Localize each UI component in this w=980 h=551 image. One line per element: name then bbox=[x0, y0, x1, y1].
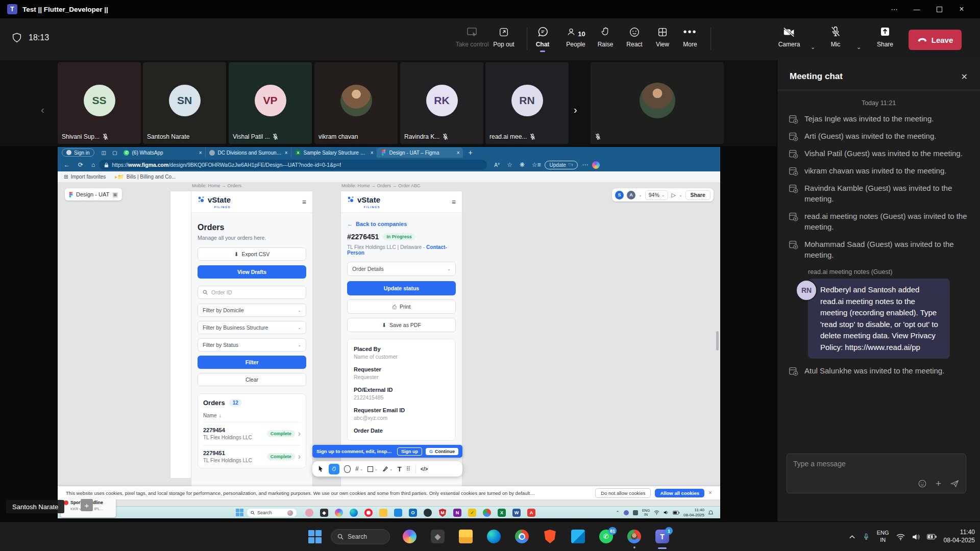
volume-icon[interactable] bbox=[912, 534, 920, 540]
shared-start-icon[interactable] bbox=[236, 509, 243, 516]
chat-button[interactable]: Chat bbox=[528, 24, 557, 48]
battery-icon[interactable] bbox=[927, 534, 937, 540]
shared-clock[interactable]: 11:4008-04-2025 bbox=[683, 508, 704, 517]
send-icon[interactable] bbox=[950, 479, 960, 488]
taskbar-search-box[interactable]: Search bbox=[331, 529, 390, 544]
move-tool-icon[interactable] bbox=[317, 465, 324, 472]
chat-message-input[interactable]: Type a message + bbox=[787, 454, 966, 493]
favorites-bar-icon[interactable]: ☆≡ bbox=[532, 161, 541, 168]
hamburger-icon[interactable]: ≡ bbox=[452, 198, 456, 206]
actions-icon[interactable]: ⠿ bbox=[406, 466, 411, 472]
excel-icon[interactable]: X bbox=[498, 509, 506, 517]
chevron-right-icon[interactable]: › bbox=[298, 452, 301, 461]
copilot-icon[interactable] bbox=[403, 530, 416, 543]
vscode-icon[interactable] bbox=[571, 530, 585, 543]
chrome-profile-icon[interactable] bbox=[627, 530, 641, 543]
chevron-down-icon[interactable]: ⌄ bbox=[639, 193, 642, 197]
chevron-right-icon[interactable]: › bbox=[298, 429, 301, 438]
hand-tool-icon[interactable] bbox=[329, 464, 339, 474]
collaborator-avatar[interactable]: A bbox=[627, 191, 635, 199]
zoom-control[interactable]: 94%⌄ bbox=[645, 190, 669, 200]
update-status-button[interactable]: Update status bbox=[347, 281, 456, 295]
tab-close-icon[interactable]: × bbox=[199, 150, 202, 156]
figma-canvas[interactable]: Design - UAT ▣ S A ⌄ 94%⌄ ▷ ⌄ Share bbox=[58, 182, 720, 506]
extensions-icon[interactable]: ❋ bbox=[520, 161, 525, 168]
share-button[interactable]: Share bbox=[871, 24, 899, 48]
strip-prev-icon[interactable]: ‹ bbox=[41, 104, 44, 116]
pop-out-button[interactable]: Pop out bbox=[486, 24, 522, 48]
camera-button[interactable]: Camera bbox=[774, 24, 804, 48]
strip-next-icon[interactable]: › bbox=[574, 104, 577, 116]
chrome-icon[interactable] bbox=[483, 509, 491, 517]
browser-update-button[interactable]: Update♡! bbox=[545, 161, 578, 169]
titlebar-more-icon[interactable]: ⋯ bbox=[883, 2, 905, 17]
favorites-import[interactable]: ⊞Import favorites bbox=[64, 174, 106, 180]
back-link[interactable]: ←Back to companies bbox=[347, 221, 456, 227]
filter-status-select[interactable]: Filter by Status⌄ bbox=[198, 338, 306, 352]
wifi-icon[interactable] bbox=[896, 534, 905, 540]
maximize-button[interactable] bbox=[928, 2, 950, 17]
dev-mode-icon[interactable]: </> bbox=[421, 466, 428, 472]
camera-chevron-icon[interactable]: ⌄ bbox=[811, 44, 815, 51]
collaborator-avatar[interactable]: S bbox=[615, 191, 624, 199]
order-details-select[interactable]: Order Details⌄ bbox=[347, 262, 456, 276]
save-pdf-button[interactable]: ⬇Save as PDF bbox=[347, 318, 456, 332]
browser-tab[interactable]: X Sample Salary Structure with calc× bbox=[291, 147, 377, 158]
chevron-up-icon[interactable]: ⌃ bbox=[616, 510, 620, 515]
mic-button[interactable]: Mic bbox=[824, 24, 847, 48]
shared-search-box[interactable]: Search bbox=[247, 509, 297, 517]
export-csv-button[interactable]: ⬇Export CSV bbox=[198, 247, 306, 261]
view-drafts-button[interactable]: View Drafts bbox=[198, 265, 306, 279]
tray-app-icon[interactable] bbox=[633, 510, 638, 515]
order-row[interactable]: 2279451 TL Flex Holdings LLC Complete › bbox=[203, 445, 301, 468]
back-icon[interactable]: ← bbox=[64, 161, 70, 168]
close-button[interactable]: × bbox=[950, 2, 973, 17]
mcafee-icon[interactable]: M bbox=[438, 509, 447, 517]
order-id-search[interactable]: Order ID bbox=[198, 286, 306, 299]
shared-app-icon[interactable] bbox=[424, 509, 432, 517]
app-icon[interactable]: ◆ bbox=[431, 530, 445, 543]
new-tab-icon[interactable]: + bbox=[468, 148, 472, 157]
tab-close-icon[interactable]: × bbox=[457, 150, 460, 156]
start-icon[interactable] bbox=[308, 530, 322, 543]
notification-icon[interactable] bbox=[708, 510, 713, 515]
mic-chevron-icon[interactable]: ⌄ bbox=[856, 44, 861, 51]
edge-icon[interactable] bbox=[487, 530, 501, 543]
deny-cookies-button[interactable]: Do not allow cookies bbox=[595, 488, 651, 498]
language-indicator[interactable]: ENGIN bbox=[877, 530, 889, 544]
participant-tile[interactable]: vikram chavan bbox=[314, 62, 398, 144]
shape-tool-icon[interactable]: ⌄ bbox=[368, 466, 378, 472]
more-button[interactable]: ••• More bbox=[677, 24, 703, 48]
copilot-icon[interactable] bbox=[592, 161, 600, 169]
calculator-icon[interactable] bbox=[394, 509, 402, 517]
filter-domicile-select[interactable]: Filter by Domicile⌄ bbox=[198, 304, 306, 317]
copilot-icon[interactable] bbox=[335, 509, 343, 517]
battery-icon[interactable] bbox=[673, 511, 679, 515]
wifi-icon[interactable] bbox=[654, 510, 659, 515]
folder-icon[interactable] bbox=[379, 509, 387, 517]
raise-button[interactable]: Raise bbox=[591, 24, 620, 48]
edge-icon[interactable] bbox=[350, 509, 358, 517]
partial-frame[interactable] bbox=[170, 191, 193, 478]
figma-share-button[interactable]: Share bbox=[685, 190, 710, 200]
whatsapp-icon[interactable]: ✆81 bbox=[599, 530, 613, 543]
text-tool-icon[interactable]: T bbox=[398, 465, 402, 473]
shared-app-icon[interactable]: ◆ bbox=[320, 509, 328, 517]
workspaces-icon[interactable]: ◫ bbox=[102, 150, 106, 156]
brave-icon[interactable] bbox=[543, 530, 557, 543]
figma-file-chip[interactable]: Design - UAT ▣ bbox=[65, 188, 122, 201]
tab-close-icon[interactable]: × bbox=[371, 150, 374, 156]
explorer-icon[interactable] bbox=[459, 530, 473, 543]
browser-menu-icon[interactable]: ⋯ bbox=[582, 161, 588, 168]
react-button[interactable]: React bbox=[620, 24, 649, 48]
hamburger-icon[interactable]: ≡ bbox=[302, 198, 306, 206]
signup-button[interactable]: Sign up bbox=[397, 447, 422, 456]
read-aloud-icon[interactable]: A° bbox=[494, 162, 500, 168]
teams-icon[interactable]: T1 bbox=[655, 530, 669, 543]
order-row[interactable]: 2279454 TL Flex Holdings LLC Complete › bbox=[203, 422, 301, 445]
outlook-icon[interactable]: O bbox=[409, 509, 417, 517]
frame-breadcrumb[interactable]: Mobile: Home → Orders bbox=[192, 183, 241, 188]
clear-button[interactable]: Clear bbox=[198, 373, 306, 386]
section-tool-icon[interactable] bbox=[344, 465, 351, 473]
home-icon[interactable]: ⌂ bbox=[91, 161, 95, 168]
